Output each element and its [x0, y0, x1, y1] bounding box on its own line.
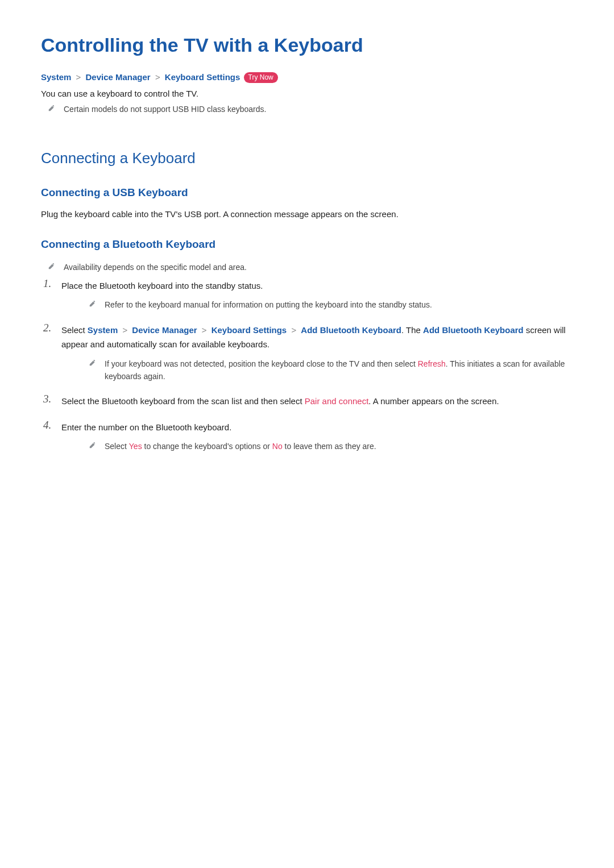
label-add-bluetooth-keyboard: Add Bluetooth Keyboard: [423, 325, 524, 335]
heading-bluetooth-keyboard: Connecting a Bluetooth Keyboard: [41, 238, 573, 251]
chevron-right-icon: >: [291, 325, 296, 335]
step-text: Select System > Device Manager > Keyboar…: [61, 323, 573, 352]
step-1-note: Refer to the keyboard manual for informa…: [61, 298, 573, 311]
pencil-icon: [48, 261, 56, 270]
heading-usb-keyboard: Connecting a USB Keyboard: [41, 186, 573, 199]
step-3: Select the Bluetooth keyboard from the s…: [41, 394, 573, 409]
step-text: Select the Bluetooth keyboard from the s…: [61, 394, 573, 409]
page-title: Controlling the TV with a Keyboard: [41, 34, 573, 56]
step-4: Enter the number on the Bluetooth keyboa…: [41, 420, 573, 453]
step-1: Place the Bluetooth keyboard into the st…: [41, 279, 573, 312]
path-system: System: [88, 325, 118, 335]
heading-connecting-keyboard: Connecting a Keyboard: [41, 149, 573, 167]
chevron-right-icon: >: [155, 72, 160, 82]
label-yes: Yes: [129, 442, 142, 451]
label-pair-and-connect: Pair and connect: [305, 396, 369, 406]
step-text: Enter the number on the Bluetooth keyboa…: [61, 420, 573, 435]
note-text: If your keyboard was not detected, posit…: [105, 358, 573, 383]
path-add-bluetooth-keyboard: Add Bluetooth Keyboard: [301, 325, 401, 335]
note-text: Availability depends on the specific mod…: [64, 261, 247, 273]
step-2: Select System > Device Manager > Keyboar…: [41, 323, 573, 383]
note-bt-availability: Availability depends on the specific mod…: [41, 261, 573, 273]
path-keyboard-settings: Keyboard Settings: [165, 72, 240, 82]
settings-path: System > Device Manager > Keyboard Setti…: [41, 72, 573, 83]
label-no: No: [272, 442, 283, 451]
pencil-icon: [48, 103, 56, 112]
chevron-right-icon: >: [122, 325, 127, 335]
path-device-manager: Device Manager: [85, 72, 150, 82]
pencil-icon: [89, 358, 97, 367]
step-text: Place the Bluetooth keyboard into the st…: [61, 279, 573, 293]
usb-body-text: Plug the keyboard cable into the TV's US…: [41, 209, 573, 219]
pencil-icon: [89, 298, 97, 308]
path-device-manager: Device Manager: [132, 325, 197, 335]
try-now-badge[interactable]: Try Now: [244, 72, 278, 83]
label-refresh: Refresh: [418, 359, 446, 368]
step-2-note: If your keyboard was not detected, posit…: [61, 358, 573, 383]
note-text: Select Yes to change the keyboard's opti…: [105, 440, 376, 452]
chevron-right-icon: >: [76, 72, 81, 82]
note-text: Certain models do not support USB HID cl…: [64, 103, 266, 115]
path-system: System: [41, 72, 71, 82]
path-keyboard-settings: Keyboard Settings: [211, 325, 287, 335]
note-hid: Certain models do not support USB HID cl…: [41, 103, 573, 115]
step-4-note: Select Yes to change the keyboard's opti…: [61, 440, 573, 452]
chevron-right-icon: >: [202, 325, 207, 335]
pencil-icon: [89, 440, 97, 449]
bluetooth-steps-list: Place the Bluetooth keyboard into the st…: [41, 279, 573, 453]
intro-text: You can use a keyboard to control the TV…: [41, 89, 573, 98]
note-text: Refer to the keyboard manual for informa…: [105, 298, 432, 311]
